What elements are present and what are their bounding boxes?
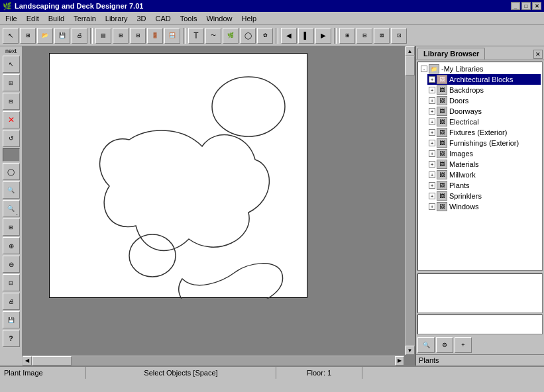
tool-open[interactable]: 📂 <box>37 28 53 44</box>
tree-expand-doors[interactable]: + <box>429 97 435 104</box>
tree-expand-materials[interactable]: + <box>429 161 435 168</box>
left-tool-save2[interactable]: 💾 <box>3 311 20 328</box>
canvas-horizontal-scrollbar[interactable]: ◀ ▶ <box>23 355 404 366</box>
menu-help[interactable]: Help <box>238 13 261 24</box>
tree-label-images: Images <box>449 150 473 158</box>
left-tool-zoom-out[interactable]: 🔍- <box>3 200 20 217</box>
tool-door[interactable]: 🚪 <box>147 28 163 44</box>
tree-expand-electrical[interactable]: + <box>429 119 435 125</box>
left-tool-remove[interactable]: ⊖ <box>3 256 20 273</box>
drawing-canvas[interactable] <box>49 53 307 298</box>
tool-next[interactable]: ▶ <box>315 28 331 44</box>
tree-item-millwork[interactable]: + 🖼 Millwork <box>427 170 541 180</box>
tree-expand-millwork[interactable]: + <box>429 172 435 178</box>
library-close-button[interactable]: ✕ <box>533 50 543 59</box>
menu-cad[interactable]: CAD <box>151 13 174 24</box>
library-browser-tab[interactable]: Library Browser <box>417 48 485 60</box>
maximize-button[interactable]: □ <box>521 2 531 10</box>
tool-plant[interactable]: 🌿 <box>223 28 239 44</box>
tool-save[interactable]: 💾 <box>54 28 70 44</box>
tree-expand-fixtures[interactable]: + <box>429 129 435 136</box>
canvas-vertical-scrollbar[interactable]: ▲ ▼ <box>404 46 415 355</box>
left-tool-2[interactable]: ⊞ <box>3 74 20 91</box>
close-button[interactable]: ✕ <box>532 2 541 10</box>
tool-view4[interactable]: ⊡ <box>391 28 407 44</box>
tree-expand-images[interactable]: + <box>429 150 435 157</box>
tool-circle[interactable]: ◯ <box>240 28 256 44</box>
menu-library[interactable]: Library <box>101 13 132 24</box>
menu-edit[interactable]: Edit <box>23 13 43 24</box>
tree-item-electrical[interactable]: + 🖼 Electrical <box>427 117 541 127</box>
menu-build[interactable]: Build <box>44 13 68 24</box>
tree-item-backdrops[interactable]: + 🖼 Backdrops <box>427 85 541 95</box>
left-tool-zoom-in[interactable]: 🔍 <box>3 181 20 199</box>
tree-item-plants[interactable]: + 🖼 Plants <box>427 180 541 191</box>
menu-terrain[interactable]: Terrain <box>70 13 100 24</box>
menu-file[interactable]: File <box>1 13 21 24</box>
tool-prev[interactable]: ◀ <box>281 28 297 44</box>
tree-icon-images: 🖼 <box>437 149 447 158</box>
tree-item-my-libraries[interactable]: - 📁 -My Libraries <box>419 64 541 74</box>
tree-expand-sprinklers[interactable]: + <box>429 193 435 199</box>
canvas-area[interactable]: ▲ ▼ ◀ ▶ <box>23 46 415 366</box>
tree-icon-doors: 🖼 <box>437 96 447 105</box>
tree-item-doorways[interactable]: + 🖼 Doorways <box>427 106 541 117</box>
tree-item-architectural-blocks[interactable]: + 🖼 Architectural Blocks <box>427 74 541 85</box>
tree-label-doors: Doors <box>449 97 468 105</box>
lib-tool-add[interactable]: + <box>455 337 472 353</box>
tool-terrain[interactable]: 〜 <box>205 28 221 44</box>
menu-tools[interactable]: Tools <box>176 13 201 24</box>
tree-item-sprinklers[interactable]: + 🖼 Sprinklers <box>427 191 541 201</box>
library-tree[interactable]: - 📁 -My Libraries + 🖼 Architectural Bloc… <box>417 62 543 271</box>
tree-item-windows[interactable]: + 🖼 Windows <box>427 201 541 212</box>
left-tool-separator <box>3 148 20 162</box>
tree-expand-windows[interactable]: + <box>429 203 435 210</box>
tool-deck[interactable]: ⊞ <box>113 28 129 44</box>
scroll-up-button[interactable]: ▲ <box>406 46 415 56</box>
left-tool-rotate[interactable]: ↺ <box>3 130 20 147</box>
tool-text[interactable]: T <box>188 28 204 44</box>
scroll-down-button[interactable]: ▼ <box>406 346 415 355</box>
tree-expand-my-libraries[interactable]: - <box>421 66 427 72</box>
tree-item-doors[interactable]: + 🖼 Doors <box>427 95 541 106</box>
tree-expand-furnishings[interactable]: + <box>429 140 435 146</box>
tool-object[interactable]: ✿ <box>257 28 273 44</box>
left-tool-layer[interactable]: ⊟ <box>3 274 20 291</box>
left-tool-select[interactable]: ↖ <box>3 56 20 73</box>
tree-expand-arch[interactable]: + <box>429 76 435 83</box>
tree-expand-backdrops[interactable]: + <box>429 87 435 93</box>
left-tool-print[interactable]: 🖨 <box>3 293 20 310</box>
left-tool-add[interactable]: ⊕ <box>3 237 20 254</box>
left-tool-3[interactable]: ⊟ <box>3 93 20 110</box>
status-center: Select Objects [Space] <box>86 367 276 379</box>
left-tool-help[interactable]: ? <box>3 330 20 347</box>
tool-view1[interactable]: ⊞ <box>339 28 355 44</box>
menu-3d[interactable]: 3D <box>133 13 150 24</box>
tree-item-images[interactable]: + 🖼 Images <box>427 148 541 159</box>
tool-new[interactable]: ⊞ <box>20 28 36 44</box>
tool-view2[interactable]: ⊟ <box>356 28 372 44</box>
minimize-button[interactable]: _ <box>511 2 520 10</box>
left-tool-fit[interactable]: ⊞ <box>3 219 20 236</box>
tool-view3[interactable]: ⊠ <box>374 28 390 44</box>
left-tool-x[interactable]: ✕ <box>3 111 20 128</box>
tree-item-materials[interactable]: + 🖼 Materials <box>427 159 541 170</box>
tool-select[interactable]: ↖ <box>3 28 19 44</box>
tool-print[interactable]: 🖨 <box>72 28 87 44</box>
menu-window[interactable]: Window <box>202 13 236 24</box>
tree-expand-plants[interactable]: + <box>429 182 435 189</box>
lib-tool-settings[interactable]: ⚙ <box>436 337 453 353</box>
tree-item-furnishings-exterior[interactable]: + 🖼 Furnishings (Exterior) <box>427 138 541 148</box>
tool-wall[interactable]: ⊟ <box>130 28 146 44</box>
scroll-right-button[interactable]: ▶ <box>395 356 404 366</box>
tree-item-fixtures-exterior[interactable]: + 🖼 Fixtures (Exterior) <box>427 127 541 138</box>
scroll-thumb-h[interactable] <box>32 356 72 366</box>
scroll-left-button[interactable]: ◀ <box>23 356 32 366</box>
left-tool-circle[interactable]: ◯ <box>3 163 20 180</box>
tool-stairs[interactable]: ▤ <box>95 28 111 44</box>
tool-window-t[interactable]: 🪟 <box>164 28 180 44</box>
tree-icon-windows: 🖼 <box>437 202 447 211</box>
tree-expand-doorways[interactable]: + <box>429 108 435 115</box>
scroll-thumb-v[interactable] <box>406 56 415 75</box>
lib-tool-search[interactable]: 🔍 <box>417 337 435 353</box>
